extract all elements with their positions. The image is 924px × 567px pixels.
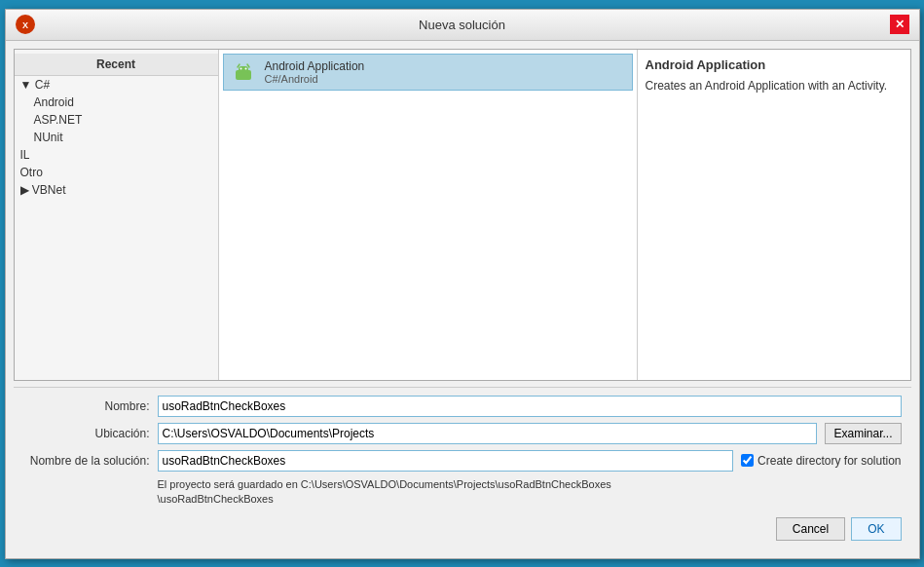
ubicacion-input[interactable] (158, 423, 818, 444)
tree-item-nunit[interactable]: NUnit (15, 129, 218, 146)
svg-rect-3 (239, 66, 248, 73)
tree-item-android[interactable]: Android (15, 94, 218, 111)
form-area: Nombre: Ubicación: Examinar... Nombre de… (14, 387, 911, 550)
tree-item-il[interactable]: IL (15, 146, 218, 164)
create-dir-checkbox[interactable] (741, 454, 754, 467)
save-path-text: El proyecto será guardado en C:\Users\OS… (23, 477, 902, 508)
dialog-title: Nueva solución (35, 18, 890, 32)
ubicacion-row: Ubicación: Examinar... (23, 423, 902, 444)
ubicacion-label: Ubicación: (23, 427, 150, 440)
tree-item-otro[interactable]: Otro (15, 164, 218, 181)
project-name: Android Application (265, 59, 365, 73)
svg-line-7 (247, 64, 249, 67)
android-application-item[interactable]: Android Application C#/Android (223, 54, 633, 91)
left-panel: Recent ▼ C# Android ASP.NET NUnit IL Otr… (15, 50, 219, 380)
ok-button[interactable]: OK (851, 517, 901, 541)
svg-rect-8 (236, 73, 238, 78)
svg-point-4 (240, 67, 241, 69)
right-panel-title: Android Application (646, 57, 903, 72)
svg-rect-9 (249, 73, 251, 78)
right-panel-description: Creates an Android Application with an A… (646, 78, 903, 94)
recent-header: Recent (15, 54, 218, 76)
android-icon (230, 58, 257, 86)
project-sub: C#/Android (265, 73, 365, 85)
solucion-label: Nombre de la solución: (23, 454, 150, 468)
svg-text:X: X (21, 20, 27, 30)
buttons-row: Cancel OK (23, 513, 902, 543)
nombre-row: Nombre: (23, 396, 902, 417)
create-dir-label: Create directory for solution (758, 454, 901, 468)
right-panel: Android Application Creates an Android A… (638, 50, 910, 380)
solucion-row: Nombre de la solución: Create directory … (23, 450, 902, 472)
panels-container: Recent ▼ C# Android ASP.NET NUnit IL Otr… (14, 49, 911, 381)
nombre-label: Nombre: (23, 399, 150, 413)
nombre-input[interactable] (158, 396, 902, 417)
project-info: Android Application C#/Android (265, 59, 365, 85)
solucion-input[interactable] (158, 450, 734, 472)
svg-line-6 (238, 64, 240, 67)
tree-item-vbnet[interactable]: ▶ VBNet (15, 181, 218, 199)
cancel-button[interactable]: Cancel (776, 517, 845, 541)
middle-panel: Android Application C#/Android (219, 50, 638, 380)
examinar-button[interactable]: Examinar... (825, 423, 901, 444)
title-bar: X Nueva solución ✕ (6, 10, 919, 41)
svg-point-5 (244, 67, 246, 69)
dialog-body: Recent ▼ C# Android ASP.NET NUnit IL Otr… (6, 41, 919, 558)
tree-item-csharp[interactable]: ▼ C# (15, 76, 218, 94)
app-logo: X (16, 15, 35, 34)
tree-item-aspnet[interactable]: ASP.NET (15, 111, 218, 129)
create-dir-row: Create directory for solution (741, 454, 901, 468)
save-path-line2: \usoRadBtnCheckBoxes (158, 493, 274, 505)
nueva-solucion-dialog: X Nueva solución ✕ Recent ▼ C# Android A… (5, 9, 920, 559)
close-button[interactable]: ✕ (890, 15, 909, 34)
save-path-line1: El proyecto será guardado en C:\Users\OS… (158, 478, 611, 490)
